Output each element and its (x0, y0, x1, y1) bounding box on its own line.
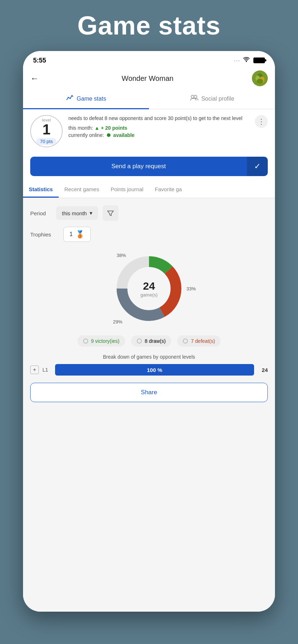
trophies-label: Trophies (30, 231, 59, 238)
more-options-button[interactable]: ⋮ (255, 115, 268, 128)
status-icons: ··· (234, 57, 265, 64)
donut-center: 24 game(s) (140, 280, 158, 298)
pct-33-label: 33% (186, 286, 196, 291)
l1-count: 24 (258, 367, 268, 373)
tab-social-profile[interactable]: Social profile (149, 89, 275, 109)
games-label: game(s) (140, 292, 158, 298)
period-value: this month (62, 210, 87, 216)
pts-badge: 70 pts (36, 138, 56, 145)
victory-dot (83, 339, 88, 344)
page-title: Game stats (77, 11, 221, 40)
up-arrow-icon: ▲ (94, 125, 99, 131)
points-change: + 20 points (101, 125, 127, 131)
svg-point-4 (257, 79, 263, 84)
avatar (252, 70, 268, 86)
period-row: Period this month ▾ (30, 205, 268, 221)
trophies-count: 1 (69, 231, 73, 238)
pct-29-label: 29% (113, 319, 122, 325)
play-request-row: Send a play request ✓ (30, 157, 268, 176)
dropdown-arrow-icon: ▾ (90, 210, 92, 216)
chart-container: 24 game(s) 38% 29% 33% (30, 249, 268, 328)
play-request-dropdown-button[interactable]: ✓ (247, 157, 268, 176)
legend-victory[interactable]: 9 victory(ies) (77, 335, 125, 347)
total-games: 24 (140, 280, 158, 292)
chevron-down-icon: ✓ (254, 162, 261, 171)
online-dot-icon (107, 133, 110, 137)
profile-description: needs to defeat 8 new opponents and scor… (68, 115, 249, 122)
wifi-icon (243, 57, 250, 64)
level-l1: L1 (42, 367, 51, 373)
online-label: currently online: (68, 132, 104, 138)
header: ← Wonder Woman (23, 68, 275, 89)
game-stats-icon (66, 94, 74, 103)
trophies-badge: 1 🥉 (63, 227, 91, 242)
l1-progress-bar: 100 % (55, 364, 254, 376)
victory-label: 9 victory(ies) (91, 338, 119, 344)
subtab-favorite-games[interactable]: Favorite ga (149, 182, 188, 198)
legend-draw[interactable]: 8 draw(s) (131, 335, 171, 347)
pct-38-label: 38% (117, 253, 126, 258)
signal-icon: ··· (234, 58, 240, 63)
subtab-points-journal[interactable]: Points journal (105, 182, 149, 198)
trophy-icon: 🥉 (76, 230, 85, 239)
draw-label: 8 draw(s) (145, 338, 166, 344)
defeat-label: 7 defeat(s) (191, 338, 215, 344)
online-status-text: available (113, 132, 135, 138)
share-button[interactable]: Share (30, 383, 268, 402)
period-label: Period (30, 210, 52, 216)
svg-point-8 (191, 95, 194, 98)
social-profile-icon (190, 94, 198, 103)
breakdown-row-l1: + L1 100 % 24 (30, 364, 268, 376)
battery-icon (253, 58, 265, 63)
stats-content: Period this month ▾ Trophies 1 🥉 (23, 198, 275, 612)
header-title: Wonder Woman (43, 74, 252, 83)
tab-game-stats[interactable]: Game stats (23, 89, 149, 109)
status-bar: 5:55 ··· (23, 51, 275, 68)
expand-l1-button[interactable]: + (30, 365, 39, 374)
back-button[interactable]: ← (30, 73, 39, 83)
subtab-recent-games[interactable]: Recent games (59, 182, 105, 198)
phone-frame: 5:55 ··· ← Wonder Woman (23, 51, 275, 612)
svg-point-9 (194, 95, 197, 98)
level-badge: level 1 70 pts (30, 115, 63, 147)
this-month-row: this month: ▲ + 20 points (68, 125, 249, 131)
tab-social-profile-label: Social profile (201, 96, 234, 102)
main-tabs: Game stats Social profile (23, 89, 275, 109)
draw-dot (137, 339, 142, 344)
send-play-request-button[interactable]: Send a play request (30, 157, 247, 176)
subtab-statistics[interactable]: Statistics (23, 182, 59, 198)
legend-row: 9 victory(ies) 8 draw(s) 7 defeat(s) (30, 335, 268, 347)
sub-tabs: Statistics Recent games Points journal F… (23, 182, 275, 198)
period-select[interactable]: this month ▾ (56, 206, 98, 220)
profile-info: needs to defeat 8 new opponents and scor… (68, 115, 249, 138)
status-time: 5:55 (33, 57, 46, 64)
svg-point-6 (70, 98, 71, 99)
svg-point-5 (68, 97, 69, 98)
profile-card: level 1 70 pts needs to defeat 8 new opp… (23, 109, 275, 153)
this-month-label: this month: (68, 125, 93, 131)
svg-point-7 (72, 95, 73, 96)
legend-defeat[interactable]: 7 defeat(s) (177, 335, 221, 347)
donut-chart: 24 game(s) 38% 29% 33% (109, 249, 189, 328)
tab-game-stats-label: Game stats (77, 96, 106, 102)
action-row: Send a play request ✓ (23, 153, 275, 182)
breakdown-title: Break down of games by opponent levels (30, 354, 268, 360)
breakdown-section: Break down of games by opponent levels +… (30, 354, 268, 376)
defeat-dot (183, 339, 188, 344)
level-number: 1 (42, 122, 50, 137)
trophies-row: Trophies 1 🥉 (30, 227, 268, 242)
filter-button[interactable] (103, 205, 118, 221)
l1-pct: 100 % (147, 367, 162, 373)
online-status-row: currently online: available (68, 132, 249, 138)
